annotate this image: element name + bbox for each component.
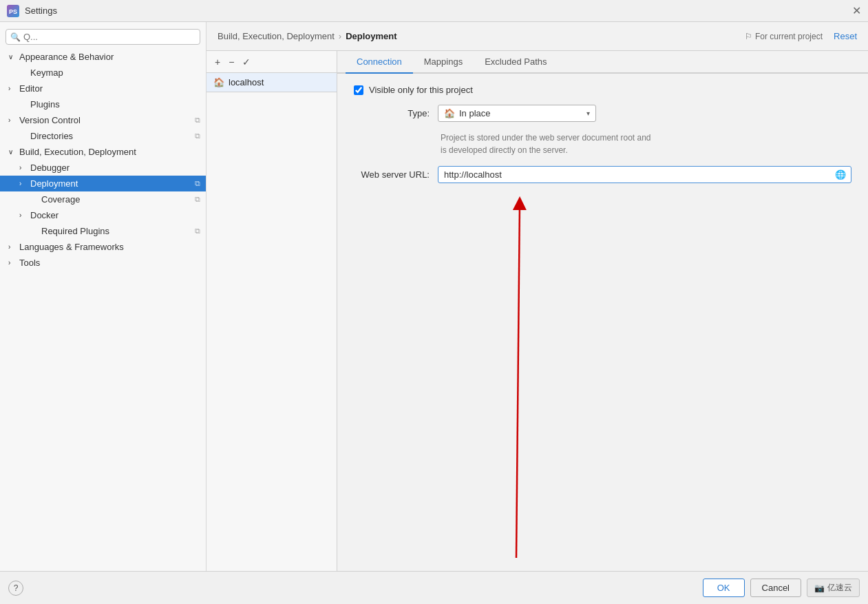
globe-icon: 🌐 <box>835 169 846 180</box>
chevron-down-icon: ▾ <box>586 110 590 117</box>
tab-mappings[interactable]: Mappings <box>413 51 474 74</box>
server-item[interactable]: 🏠 localhost <box>207 73 337 92</box>
chevron-icon: › <box>8 259 17 267</box>
chevron-icon: ∨ <box>8 148 17 156</box>
title-bar-left: PS Settings <box>7 5 57 17</box>
sidebar-item-label: Tools <box>19 258 40 268</box>
type-select[interactable]: 🏠 In place ▾ <box>438 105 596 122</box>
web-server-url-input[interactable] <box>438 166 851 183</box>
sidebar: 🔍 ∨ Appearance & Behavior Keymap › Edito… <box>0 22 207 571</box>
sidebar-item-plugins[interactable]: Plugins <box>0 96 206 112</box>
tab-excluded-paths[interactable]: Excluded Paths <box>474 51 558 74</box>
search-input[interactable] <box>23 32 195 42</box>
connection-form: Visible only for this project Type: 🏠 In… <box>337 74 868 194</box>
brand-label: 📷 亿速云 <box>807 579 860 597</box>
chevron-icon: ∨ <box>8 53 17 61</box>
content-area: Build, Execution, Deployment › Deploymen… <box>207 22 868 571</box>
visible-only-checkbox[interactable] <box>354 85 363 95</box>
sidebar-item-label: Build, Execution, Deployment <box>19 147 136 157</box>
external-icon: ⧉ <box>195 227 200 236</box>
search-icon: 🔍 <box>10 32 21 42</box>
sidebar-item-build-execution[interactable]: ∨ Build, Execution, Deployment <box>0 144 206 160</box>
sidebar-item-label: Keymap <box>30 67 63 78</box>
reset-button[interactable]: Reset <box>834 31 857 41</box>
sidebar-item-label: Languages & Frameworks <box>19 242 124 252</box>
title-bar: PS Settings ✕ <box>0 0 868 22</box>
type-hint: Project is stored under the web server d… <box>441 132 851 156</box>
sidebar-item-version-control[interactable]: › Version Control ⧉ <box>0 112 206 128</box>
server-panel: + − ✓ 🏠 localhost <box>207 51 337 571</box>
project-icon: ⚐ <box>745 32 752 41</box>
sidebar-item-label: Editor <box>19 83 43 94</box>
sidebar-item-label: Deployment <box>30 178 78 189</box>
external-icon: ⧉ <box>195 179 200 188</box>
chevron-icon: › <box>19 164 28 171</box>
breadcrumb-separator: › <box>339 31 341 41</box>
sidebar-item-editor[interactable]: › Editor <box>0 81 206 96</box>
brand-icon: 📷 <box>814 583 825 593</box>
external-icon: ⧉ <box>195 195 200 204</box>
server-toolbar: + − ✓ <box>207 51 337 73</box>
remove-server-button[interactable]: − <box>226 55 237 69</box>
server-name: localhost <box>229 77 264 87</box>
sidebar-item-label: Directories <box>30 131 73 141</box>
chevron-icon: › <box>8 85 17 92</box>
type-label: Type: <box>354 108 430 118</box>
confirm-server-button[interactable]: ✓ <box>240 55 253 69</box>
header-right: ⚐ For current project Reset <box>745 31 857 41</box>
sidebar-item-label: Plugins <box>30 99 60 110</box>
main-layout: 🔍 ∨ Appearance & Behavior Keymap › Edito… <box>0 22 868 571</box>
server-list: 🏠 localhost <box>207 73 337 571</box>
chevron-icon: › <box>8 243 17 251</box>
breadcrumb: Build, Execution, Deployment › Deploymen… <box>218 31 397 41</box>
sidebar-item-keymap[interactable]: Keymap <box>0 65 206 81</box>
sidebar-item-debugger[interactable]: › Debugger <box>0 160 206 176</box>
sidebar-item-tools[interactable]: › Tools <box>0 255 206 271</box>
tab-connection[interactable]: Connection <box>346 51 413 74</box>
svg-text:PS: PS <box>9 8 17 15</box>
ok-button[interactable]: OK <box>703 579 745 597</box>
visible-only-row: Visible only for this project <box>354 85 851 95</box>
sidebar-item-appearance[interactable]: ∨ Appearance & Behavior <box>0 49 206 65</box>
split-panel: + − ✓ 🏠 localhost Connection <box>207 51 868 571</box>
sidebar-item-label: Version Control <box>19 115 81 125</box>
window-title: Settings <box>25 6 57 16</box>
content-header: Build, Execution, Deployment › Deploymen… <box>207 22 868 51</box>
sidebar-item-label: Coverage <box>41 194 80 205</box>
visible-only-label: Visible only for this project <box>369 85 473 95</box>
add-server-button[interactable]: + <box>212 55 223 69</box>
sidebar-item-languages[interactable]: › Languages & Frameworks <box>0 239 206 255</box>
chevron-icon: › <box>19 211 28 219</box>
breadcrumb-part2: Deployment <box>346 31 396 41</box>
close-button[interactable]: ✕ <box>852 4 861 17</box>
for-current-project-label: ⚐ For current project <box>745 32 823 41</box>
sidebar-item-label: Docker <box>30 210 59 220</box>
help-button[interactable]: ? <box>8 581 23 596</box>
external-icon: ⧉ <box>195 116 200 125</box>
sidebar-item-coverage[interactable]: Coverage ⧉ <box>0 191 206 207</box>
app-icon: PS <box>7 5 19 17</box>
chevron-icon: › <box>8 116 17 124</box>
detail-panel: Connection Mappings Excluded Paths Visib… <box>337 51 868 571</box>
breadcrumb-part1: Build, Execution, Deployment <box>218 31 335 41</box>
sidebar-item-docker[interactable]: › Docker <box>0 207 206 223</box>
sidebar-item-deployment[interactable]: › Deployment ⧉ <box>0 176 206 191</box>
server-home-icon: 🏠 <box>213 77 224 87</box>
sidebar-item-required-plugins[interactable]: Required Plugins ⧉ <box>0 223 206 239</box>
url-input-wrapper: 🌐 <box>438 166 851 183</box>
search-box[interactable]: 🔍 <box>6 29 200 45</box>
type-row: Type: 🏠 In place ▾ <box>354 105 851 122</box>
web-server-url-row: Web server URL: 🌐 <box>354 166 851 183</box>
sidebar-item-label: Debugger <box>30 163 70 173</box>
sidebar-item-directories[interactable]: Directories ⧉ <box>0 128 206 144</box>
chevron-icon: › <box>19 180 28 187</box>
sidebar-item-label: Required Plugins <box>41 226 109 236</box>
cancel-button[interactable]: Cancel <box>750 579 801 597</box>
tabs-bar: Connection Mappings Excluded Paths <box>337 51 868 74</box>
type-select-icon: 🏠 <box>444 108 455 118</box>
web-server-url-label: Web server URL: <box>354 169 430 180</box>
sidebar-item-label: Appearance & Behavior <box>19 52 114 62</box>
external-icon: ⧉ <box>195 132 200 140</box>
bottom-bar: ? OK Cancel 📷 亿速云 <box>0 571 868 604</box>
type-select-value: In place <box>459 108 582 118</box>
